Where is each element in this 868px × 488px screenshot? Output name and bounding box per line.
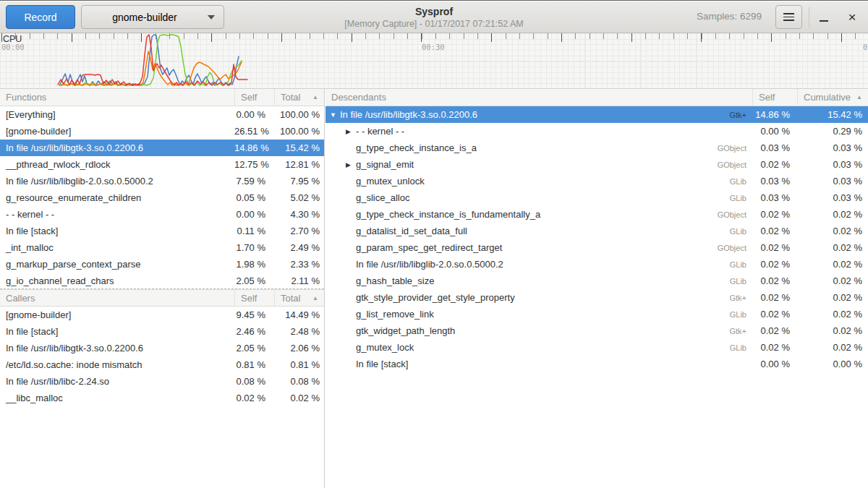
table-row[interactable]: g_type_check_instance_is_fundamentally_a… <box>326 206 868 223</box>
table-row[interactable]: _int_malloc1.70 %2.49 % <box>0 239 324 256</box>
total-column-header[interactable]: Total ▲ <box>274 89 324 106</box>
titlebar: Record gnome-builder Sysprof [Memory Cap… <box>0 1 868 33</box>
sort-ascending-icon: ▲ <box>856 94 862 100</box>
row-function-name: g_mutex_lock <box>356 342 414 353</box>
row-function-name: gtk_widget_path_length <box>356 325 455 336</box>
row-name-cell: ▶g_signal_emitGObject <box>326 159 752 170</box>
row-function-name: g_type_check_instance_is_fundamentally_a <box>356 209 540 220</box>
row-name-cell: g_hash_table_sizeGLib <box>326 275 752 286</box>
table-row[interactable]: g_mutex_lockGLib0.02 %0.02 % <box>326 339 868 356</box>
library-tag: GLib <box>730 277 752 286</box>
row-total-percent: 14.49 % <box>274 309 324 320</box>
row-self-percent: 2.46 % <box>234 326 274 337</box>
table-row[interactable]: __libc_malloc0.02 %0.02 % <box>0 390 324 406</box>
row-function-name: g_list_remove_link <box>356 309 434 320</box>
table-row[interactable]: g_datalist_id_set_data_fullGLib0.02 %0.0… <box>326 223 868 239</box>
table-row[interactable]: g_markup_parse_context_parse1.98 %2.33 % <box>0 256 324 273</box>
descendants-column-header[interactable]: Descendants <box>326 89 752 106</box>
table-row[interactable]: In file [stack]2.46 %2.48 % <box>0 323 324 340</box>
expander-open-icon[interactable]: ▼ <box>330 111 340 119</box>
row-self-percent: 0.08 % <box>234 376 274 387</box>
row-self-percent: 0.02 % <box>752 226 797 236</box>
row-name-cell: In file [stack] <box>326 359 752 369</box>
row-function-name: In file /usr/lib/libglib-2.0.so.0.5000.2 <box>0 176 234 187</box>
table-row[interactable]: g_mutex_unlockGLib0.03 %0.03 % <box>326 173 868 189</box>
table-row[interactable]: /etc/ld.so.cache: inode mismatch0.81 %0.… <box>0 356 324 373</box>
row-function-name: g_param_spec_get_redirect_target <box>356 242 502 253</box>
row-self-percent: 0.03 % <box>752 176 797 187</box>
row-total-percent: 0.02 % <box>274 393 324 403</box>
table-row[interactable]: g_type_check_instance_is_aGObject0.03 %0… <box>326 140 868 156</box>
table-row[interactable]: - - kernel - -0.00 %4.30 % <box>0 206 324 223</box>
expander-closed-icon[interactable]: ▶ <box>346 128 356 135</box>
table-row[interactable]: g_list_remove_linkGLib0.02 %0.02 % <box>326 306 868 322</box>
row-name-cell: g_list_remove_linkGLib <box>326 309 752 320</box>
table-row[interactable]: In file /usr/lib/libglib-2.0.so.0.5000.2… <box>326 256 868 273</box>
self-column-header[interactable]: Self <box>752 89 797 106</box>
row-self-percent: 0.02 % <box>752 275 797 286</box>
table-row[interactable]: In file /usr/lib/libc-2.24.so0.08 %0.08 … <box>0 373 324 390</box>
row-total-percent: 2.48 % <box>274 326 324 337</box>
row-cumulative-percent: 0.03 % <box>797 192 868 203</box>
row-self-percent: 1.70 % <box>234 242 274 253</box>
record-button[interactable]: Record <box>6 5 75 29</box>
row-function-name: g_slice_alloc <box>356 192 409 203</box>
sort-ascending-icon: ▲ <box>312 295 318 301</box>
row-self-percent: 1.98 % <box>234 259 274 270</box>
self-column-header[interactable]: Self <box>234 89 274 106</box>
row-cumulative-percent: 0.03 % <box>797 176 868 187</box>
process-selector-dropdown[interactable]: gnome-builder <box>81 5 224 29</box>
table-row[interactable]: __pthread_rwlock_rdlock12.75 %12.81 % <box>0 156 324 173</box>
table-row[interactable]: [gnome-builder]9.45 %14.49 % <box>0 307 324 323</box>
descendants-table: ▼In file /usr/lib/libgtk-3.so.0.2200.6Gt… <box>326 106 868 372</box>
table-row[interactable]: g_param_spec_get_redirect_targetGObject0… <box>326 239 868 256</box>
table-row[interactable]: [gnome-builder]26.51 %100.00 % <box>0 123 324 140</box>
row-function-name: In file /usr/lib/libgtk-3.so.0.2200.6 <box>0 142 234 153</box>
row-name-cell: ▶- - kernel - - <box>326 126 752 137</box>
hamburger-icon <box>783 13 794 21</box>
row-total-percent: 2.33 % <box>274 259 324 270</box>
row-self-percent: 7.59 % <box>234 176 274 187</box>
table-row[interactable]: [Everything]0.00 %100.00 % <box>0 106 324 123</box>
table-row[interactable]: gtk_style_provider_get_style_propertyGtk… <box>326 289 868 306</box>
row-name-cell: g_mutex_unlockGLib <box>326 176 752 187</box>
table-row[interactable]: In file /usr/lib/libgtk-3.so.0.2200.62.0… <box>0 340 324 356</box>
row-self-percent: 0.02 % <box>752 342 797 353</box>
row-function-name: g_markup_parse_context_parse <box>0 259 234 270</box>
table-row[interactable]: ▶g_signal_emitGObject0.02 %0.03 % <box>326 156 868 173</box>
callers-column-header[interactable]: Callers <box>0 290 234 306</box>
minimize-button[interactable] <box>813 1 835 33</box>
row-total-percent: 5.02 % <box>274 192 324 203</box>
minimize-icon <box>820 20 828 22</box>
table-row[interactable]: g_hash_table_sizeGLib0.02 %0.02 % <box>326 273 868 289</box>
table-row[interactable]: g_slice_allocGLib0.03 %0.03 % <box>326 189 868 206</box>
row-self-percent: 0.00 % <box>234 209 274 220</box>
total-column-header[interactable]: Total ▲ <box>274 290 324 306</box>
table-row[interactable]: gtk_widget_path_lengthGtk+0.02 %0.02 % <box>326 322 868 339</box>
library-tag: GLib <box>730 194 752 202</box>
close-button[interactable]: × <box>841 1 864 33</box>
expander-closed-icon[interactable]: ▶ <box>346 161 356 168</box>
row-function-name: g_type_check_instance_is_a <box>356 142 477 153</box>
cpu-graph[interactable]: CPU 00:00 00:30 0 <box>0 33 868 89</box>
table-row[interactable]: g_resource_enumerate_children0.05 %5.02 … <box>0 189 324 206</box>
row-total-percent: 2.11 % <box>274 275 324 286</box>
menu-button[interactable] <box>775 5 802 29</box>
row-name-cell: g_mutex_lockGLib <box>326 342 752 353</box>
table-row[interactable]: ▶- - kernel - -0.00 %0.29 % <box>326 123 868 140</box>
functions-column-header[interactable]: Functions <box>0 89 234 106</box>
table-row[interactable]: In file /usr/lib/libgtk-3.so.0.2200.614.… <box>0 140 324 156</box>
table-row[interactable]: g_io_channel_read_chars2.05 %2.11 % <box>0 273 324 289</box>
row-self-percent: 0.11 % <box>234 226 274 236</box>
row-self-percent: 0.02 % <box>752 292 797 303</box>
library-tag: GLib <box>730 260 752 269</box>
table-row[interactable]: In file [stack]0.00 %0.00 % <box>326 356 868 372</box>
functions-callers-panel: Functions Self Total ▲ [Everything]0.00 … <box>0 89 325 488</box>
table-row[interactable]: In file [stack]0.11 %2.70 % <box>0 223 324 239</box>
row-self-percent: 0.02 % <box>234 393 274 403</box>
table-row[interactable]: ▼In file /usr/lib/libgtk-3.so.0.2200.6Gt… <box>326 106 868 123</box>
table-row[interactable]: In file /usr/lib/libglib-2.0.so.0.5000.2… <box>0 173 324 189</box>
cumulative-column-header[interactable]: Cumulative ▲ <box>797 89 868 106</box>
row-total-percent: 100.00 % <box>274 126 324 137</box>
self-column-header[interactable]: Self <box>234 290 274 306</box>
